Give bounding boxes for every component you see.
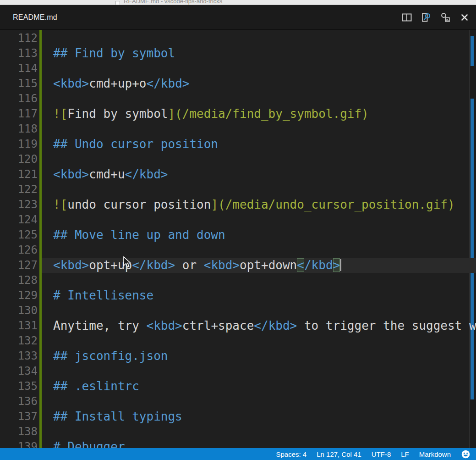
line-number: 122 (0, 182, 38, 197)
code-token: # Debugger (53, 440, 125, 448)
line-number: 136 (0, 394, 38, 409)
editor-line[interactable]: 112 (0, 31, 476, 46)
editor-line[interactable]: 125## Move line up and down (0, 227, 476, 243)
line-number: 130 (0, 303, 38, 318)
editor-line[interactable]: 114 (0, 61, 476, 76)
line-number: 131 (0, 318, 38, 333)
editor-line[interactable]: 134 (0, 364, 476, 379)
code-token: to trigger the suggest w (297, 319, 476, 333)
editor-line[interactable]: 127<kbd>opt+up</kbd> or <kbd>opt+down</k… (0, 258, 476, 273)
editor-line[interactable]: 118 (0, 122, 476, 137)
os-window-title: README.md - vscode-tips-and-tricks (124, 0, 222, 5)
editor-line[interactable]: 131Anytime, try <kbd>ctrl+space</kbd> to… (0, 318, 476, 333)
code-token: </kbd> (125, 167, 168, 181)
editor-line[interactable]: 122 (0, 182, 476, 197)
editor-line[interactable]: 115<kbd>cmd+up+o</kbd> (0, 76, 476, 91)
code-token: <kbd> (53, 167, 89, 181)
editor-line[interactable]: 129# Intellisense (0, 288, 476, 303)
editor-line[interactable]: 133## jsconfig.json (0, 349, 476, 364)
code-token: ## Install typings (53, 410, 182, 423)
editor-line[interactable]: 116 (0, 91, 476, 106)
editor-header: README.md (0, 5, 476, 30)
line-number: 138 (0, 424, 38, 439)
line-content: ## Install typings (42, 409, 476, 424)
editor-line[interactable]: 123![undo cursor position](/media/undo_c… (0, 197, 476, 212)
code-token: ## Undo cursor position (53, 137, 218, 151)
code-token: cmd+u (89, 167, 125, 181)
line-number: 116 (0, 91, 38, 106)
status-item[interactable]: Spaces: 4 (276, 450, 306, 458)
editor-pane[interactable]: 112113## Find by symbol114115<kbd>cmd+up… (0, 30, 476, 448)
code-token: ![ (53, 107, 67, 121)
editor-line[interactable]: 120 (0, 152, 476, 167)
line-number: 117 (0, 106, 38, 122)
line-content (42, 91, 476, 106)
status-item[interactable]: Markdown (419, 450, 451, 458)
line-number: 114 (0, 61, 38, 76)
line-number: 124 (0, 212, 38, 227)
os-titlebar: README.md - vscode-tips-and-tricks (0, 0, 476, 5)
line-content: Anytime, try <kbd>ctrl+space</kbd> to tr… (42, 318, 476, 333)
line-content (42, 122, 476, 137)
code-token: ](/media/undo_cursor_position.gif) (211, 198, 454, 211)
line-number: 133 (0, 349, 38, 364)
line-number: 134 (0, 364, 38, 379)
editor-line[interactable]: 132 (0, 333, 476, 349)
split-editor-icon[interactable] (401, 11, 413, 23)
code-token: Find by symbol (67, 107, 168, 121)
editor-line[interactable]: 128 (0, 273, 476, 288)
editor-line[interactable]: 126 (0, 243, 476, 258)
editor-actions (401, 5, 471, 30)
editor-line[interactable]: 113## Find by symbol (0, 46, 476, 61)
line-content: <kbd>cmd+up+o</kbd> (42, 76, 476, 91)
code-token: ](/media/find_by_symbol.gif) (168, 107, 368, 121)
code-token: ## jsconfig.json (53, 349, 168, 363)
code-token: </kbd> (132, 258, 175, 272)
line-content: ## .eslintrc (42, 379, 476, 394)
editor-line[interactable]: 137## Install typings (0, 409, 476, 424)
vscode-window: README.md - vscode-tips-and-tricks READM… (0, 0, 476, 460)
line-content (42, 31, 476, 46)
line-number: 123 (0, 197, 38, 212)
line-number: 139 (0, 439, 38, 448)
status-item[interactable]: Ln 127, Col 41 (317, 450, 361, 458)
line-number: 121 (0, 167, 38, 182)
editor-line[interactable]: 119## Undo cursor position (0, 137, 476, 152)
line-number: 115 (0, 76, 38, 91)
line-content (42, 424, 476, 439)
line-content: <kbd>opt+up</kbd> or <kbd>opt+down</kbd> (42, 258, 476, 273)
editor-line[interactable]: 138 (0, 424, 476, 439)
markdown-preview-icon[interactable] (420, 11, 432, 23)
editor-line[interactable]: 136 (0, 394, 476, 409)
editor-line[interactable]: 139# Debugger (0, 439, 476, 448)
editor-line[interactable]: 124 (0, 212, 476, 227)
editor-line[interactable]: 121<kbd>cmd+u</kbd> (0, 167, 476, 182)
editor-line[interactable]: 135## .eslintrc (0, 379, 476, 394)
code-token: opt+up (89, 258, 132, 272)
line-content (42, 152, 476, 167)
line-number: 118 (0, 122, 38, 137)
text-caret (340, 259, 341, 271)
preview-side-icon[interactable] (439, 11, 451, 23)
line-number: 112 (0, 31, 38, 46)
line-number: 129 (0, 288, 38, 303)
feedback-smiley-icon[interactable] (461, 449, 471, 459)
code-token: ## Find by symbol (53, 46, 175, 60)
code-token: Anytime, try (53, 319, 147, 333)
line-content: ## Move line up and down (42, 227, 476, 243)
status-item[interactable]: UTF-8 (372, 450, 391, 458)
editor-line[interactable]: 117![Find by symbol](/media/find_by_symb… (0, 106, 476, 122)
status-item[interactable]: LF (401, 450, 409, 458)
code-token: <kbd> (147, 319, 182, 333)
line-content (42, 273, 476, 288)
code-token: ## .eslintrc (53, 379, 139, 393)
line-content (42, 61, 476, 76)
line-number: 120 (0, 152, 38, 167)
line-number: 125 (0, 227, 38, 243)
document-proxy-icon (115, 1, 120, 5)
line-content (42, 303, 476, 318)
line-number: 135 (0, 379, 38, 394)
editor-line[interactable]: 130 (0, 303, 476, 318)
close-icon[interactable] (459, 11, 471, 23)
line-number: 119 (0, 137, 38, 152)
